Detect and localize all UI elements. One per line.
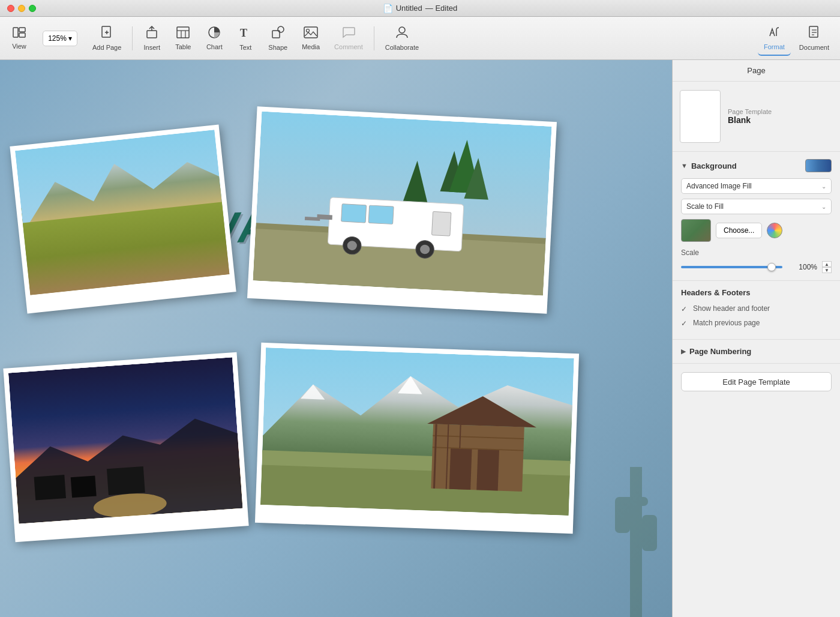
- match-prev-label[interactable]: Match previous page: [693, 319, 760, 327]
- fill-type-row: Advanced Image Fill ⌄: [681, 178, 832, 194]
- svg-rect-16: [304, 27, 317, 38]
- svg-point-15: [278, 26, 284, 32]
- bg-color-preview: [805, 159, 832, 172]
- document-button[interactable]: Document: [793, 21, 835, 56]
- view-button[interactable]: View: [5, 21, 34, 56]
- svg-rect-1: [19, 28, 25, 32]
- shape-label: Shape: [268, 44, 287, 51]
- fill-type-value: Advanced Image Fill: [686, 182, 752, 190]
- svg-rect-40: [368, 205, 394, 224]
- add-page-button[interactable]: Add Page: [86, 21, 127, 56]
- photo-barn[interactable]: [255, 343, 579, 534]
- view-label: View: [12, 43, 26, 50]
- table-label: Table: [175, 43, 191, 50]
- table-icon: [176, 26, 190, 41]
- svg-rect-3: [102, 26, 110, 37]
- background-toggle-icon[interactable]: ▼: [681, 162, 688, 169]
- pn-expand-icon: ▶: [681, 348, 686, 355]
- svg-rect-50: [34, 475, 66, 501]
- document-icon: [808, 26, 821, 42]
- scale-slider[interactable]: [681, 266, 782, 268]
- svg-rect-6: [147, 31, 157, 38]
- scale-label-row: Scale: [681, 247, 832, 257]
- svg-rect-52: [107, 466, 145, 495]
- svg-rect-26: [642, 515, 657, 551]
- collaborate-icon: [395, 26, 409, 42]
- photo-sunset[interactable]: [3, 352, 248, 542]
- pn-title: Page Numbering: [689, 347, 751, 356]
- background-title: Background: [691, 161, 737, 170]
- collaborate-button[interactable]: Collaborate: [379, 21, 425, 56]
- close-button[interactable]: [7, 5, 14, 12]
- canvas-area[interactable]: 2021 VACATIONS: [0, 60, 672, 617]
- fill-type-dropdown[interactable]: Advanced Image Fill ⌄: [681, 178, 832, 194]
- choose-label: Choose...: [724, 226, 754, 235]
- svg-rect-41: [432, 211, 451, 236]
- titlebar: 📄 Untitled — Edited: [0, 0, 840, 17]
- photo-rv[interactable]: [247, 106, 557, 314]
- template-label: Page Template: [728, 108, 772, 115]
- svg-rect-62: [449, 448, 472, 490]
- svg-rect-25: [615, 497, 630, 533]
- choose-image-button[interactable]: Choose...: [716, 223, 762, 238]
- match-prev-check-icon: ✓: [681, 319, 688, 327]
- scale-thumb: [767, 263, 776, 271]
- window-title: 📄 Untitled — Edited: [383, 4, 458, 13]
- scale-value: 100%: [787, 263, 817, 271]
- show-hf-label[interactable]: Show header and footer: [693, 304, 770, 313]
- zoom-arrow-icon: ▾: [68, 34, 72, 43]
- hf-title: Headers & Footers: [681, 288, 751, 297]
- scale-down-button[interactable]: ▼: [822, 267, 832, 273]
- show-header-footer-row: ✓ Show header and footer: [681, 303, 832, 314]
- background-color-swatch[interactable]: [805, 159, 832, 172]
- scale-up-button[interactable]: ▲: [822, 261, 832, 267]
- scale-mode-value: Scale to Fill: [686, 202, 724, 211]
- template-info: Page Template Blank: [728, 108, 772, 125]
- show-hf-check-icon: ✓: [681, 305, 688, 312]
- chart-button[interactable]: Chart: [200, 21, 229, 56]
- photo-mountains-inner: [15, 130, 229, 295]
- format-button[interactable]: Format: [758, 21, 791, 56]
- svg-line-68: [460, 425, 460, 448]
- photo-mountains[interactable]: [10, 124, 236, 313]
- comment-label: Comment: [334, 43, 363, 50]
- document-label: Document: [799, 44, 829, 51]
- page-template-section: Page Template Blank: [673, 82, 840, 152]
- photo-sunset-inner: [8, 357, 243, 523]
- scale-stepper[interactable]: ▲ ▼: [822, 261, 832, 273]
- match-previous-row: ✓ Match previous page: [681, 318, 832, 328]
- toolbar: View 125% ▾ Add Page Insert: [0, 17, 840, 60]
- panel-header: Page: [673, 60, 840, 82]
- svg-marker-29: [25, 223, 229, 295]
- chart-label: Chart: [206, 43, 223, 50]
- comment-button[interactable]: Comment: [328, 21, 369, 56]
- svg-point-17: [307, 29, 310, 32]
- traffic-lights: [7, 5, 36, 12]
- zoom-button[interactable]: 125% ▾: [43, 31, 77, 46]
- media-button[interactable]: Media: [296, 21, 326, 56]
- add-page-label: Add Page: [92, 44, 121, 51]
- media-label: Media: [302, 43, 320, 50]
- shape-button[interactable]: Shape: [262, 21, 293, 56]
- text-button[interactable]: T Text: [231, 21, 260, 56]
- table-button[interactable]: Table: [169, 21, 197, 56]
- zoom-value: 125%: [48, 34, 67, 43]
- minimize-button[interactable]: [18, 5, 25, 12]
- add-page-icon: [100, 26, 113, 42]
- zoom-control[interactable]: 125% ▾: [36, 21, 84, 56]
- color-picker-button[interactable]: [767, 223, 782, 238]
- insert-button[interactable]: Insert: [137, 21, 166, 56]
- maximize-button[interactable]: [29, 5, 36, 12]
- svg-text:T: T: [240, 27, 247, 39]
- template-thumbnail[interactable]: [680, 90, 721, 143]
- edit-template-button[interactable]: Edit Page Template: [681, 372, 832, 391]
- edit-template-label: Edit Page Template: [722, 378, 790, 387]
- page-numbering-header[interactable]: ▶ Page Numbering: [681, 347, 832, 356]
- scale-text: Scale: [681, 248, 699, 257]
- background-section: ▼ Background Advanced Image Fill ⌄ Scale…: [673, 152, 840, 281]
- main-area: 2021 VACATIONS: [0, 60, 840, 617]
- scale-mode-dropdown[interactable]: Scale to Fill ⌄: [681, 199, 832, 214]
- panel-title: Page: [747, 66, 765, 75]
- view-icon: [13, 27, 26, 41]
- format-label: Format: [764, 43, 785, 50]
